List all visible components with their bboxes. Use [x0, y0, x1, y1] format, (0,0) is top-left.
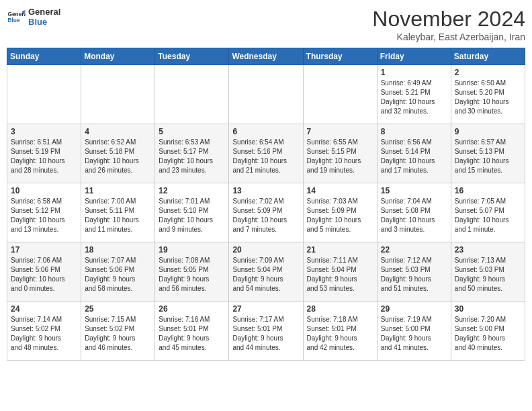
page-header: General Blue General Blue November 2024 …: [7, 7, 525, 42]
calendar-cell: 1Sunrise: 6:49 AM Sunset: 5:21 PM Daylig…: [377, 65, 451, 124]
weekday-header-thursday: Thursday: [303, 48, 377, 65]
day-info: Sunrise: 7:14 AM Sunset: 5:02 PM Dayligh…: [11, 315, 77, 353]
day-number: 2: [455, 68, 521, 77]
logo-line1: General: [28, 7, 60, 17]
day-number: 6: [232, 127, 299, 136]
location-subtitle: Kaleybar, East Azerbaijan, Iran: [372, 32, 525, 42]
weekday-header-saturday: Saturday: [451, 48, 525, 65]
calendar-cell: 27Sunrise: 7:17 AM Sunset: 5:01 PM Dayli…: [229, 302, 303, 361]
calendar-cell: 23Sunrise: 7:13 AM Sunset: 5:03 PM Dayli…: [451, 242, 525, 302]
day-info: Sunrise: 7:01 AM Sunset: 5:10 PM Dayligh…: [159, 197, 225, 234]
calendar-header: SundayMondayTuesdayWednesdayThursdayFrid…: [7, 48, 525, 65]
day-number: 22: [381, 245, 447, 255]
calendar-cell: 29Sunrise: 7:19 AM Sunset: 5:00 PM Dayli…: [377, 302, 451, 361]
day-number: 15: [381, 186, 447, 195]
calendar-cell: 22Sunrise: 7:12 AM Sunset: 5:03 PM Dayli…: [377, 242, 451, 302]
day-number: 12: [159, 186, 225, 195]
calendar-cell: 14Sunrise: 7:03 AM Sunset: 5:09 PM Dayli…: [303, 183, 377, 242]
day-number: 27: [232, 304, 299, 314]
logo: General Blue General Blue: [7, 7, 60, 27]
day-info: Sunrise: 7:07 AM Sunset: 5:06 PM Dayligh…: [85, 256, 151, 293]
day-number: 23: [455, 245, 521, 255]
day-info: Sunrise: 6:53 AM Sunset: 5:17 PM Dayligh…: [159, 138, 225, 175]
calendar-cell: 15Sunrise: 7:04 AM Sunset: 5:08 PM Dayli…: [377, 183, 451, 242]
calendar-cell: 12Sunrise: 7:01 AM Sunset: 5:10 PM Dayli…: [155, 183, 229, 242]
calendar-cell: 30Sunrise: 7:20 AM Sunset: 5:00 PM Dayli…: [451, 302, 525, 361]
calendar-week-1: 1Sunrise: 6:49 AM Sunset: 5:21 PM Daylig…: [7, 65, 525, 124]
day-info: Sunrise: 7:19 AM Sunset: 5:00 PM Dayligh…: [381, 315, 447, 353]
day-info: Sunrise: 6:50 AM Sunset: 5:20 PM Dayligh…: [455, 79, 521, 116]
day-info: Sunrise: 7:13 AM Sunset: 5:03 PM Dayligh…: [455, 256, 521, 293]
day-number: 9: [455, 127, 521, 136]
day-number: 1: [381, 68, 447, 77]
day-info: Sunrise: 6:51 AM Sunset: 5:19 PM Dayligh…: [11, 138, 77, 175]
calendar-week-3: 10Sunrise: 6:58 AM Sunset: 5:12 PM Dayli…: [7, 183, 525, 242]
day-info: Sunrise: 7:03 AM Sunset: 5:09 PM Dayligh…: [307, 197, 373, 234]
day-info: Sunrise: 6:58 AM Sunset: 5:12 PM Dayligh…: [11, 197, 77, 234]
calendar-cell: 13Sunrise: 7:02 AM Sunset: 5:09 PM Dayli…: [229, 183, 303, 242]
weekday-header-row: SundayMondayTuesdayWednesdayThursdayFrid…: [7, 48, 525, 65]
day-number: 29: [381, 304, 447, 314]
day-info: Sunrise: 7:04 AM Sunset: 5:08 PM Dayligh…: [381, 197, 447, 234]
weekday-header-sunday: Sunday: [7, 48, 81, 65]
day-info: Sunrise: 7:02 AM Sunset: 5:09 PM Dayligh…: [232, 197, 299, 234]
calendar-cell: 7Sunrise: 6:55 AM Sunset: 5:15 PM Daylig…: [303, 124, 377, 183]
calendar-cell: 10Sunrise: 6:58 AM Sunset: 5:12 PM Dayli…: [7, 183, 81, 242]
logo-icon: General Blue: [7, 7, 26, 26]
calendar-week-5: 24Sunrise: 7:14 AM Sunset: 5:02 PM Dayli…: [7, 302, 525, 361]
day-info: Sunrise: 6:52 AM Sunset: 5:18 PM Dayligh…: [85, 138, 151, 175]
day-number: 5: [159, 127, 225, 136]
day-number: 11: [85, 186, 151, 195]
day-info: Sunrise: 6:55 AM Sunset: 5:15 PM Dayligh…: [307, 138, 373, 175]
calendar-cell: 4Sunrise: 6:52 AM Sunset: 5:18 PM Daylig…: [81, 124, 155, 183]
calendar-cell: 16Sunrise: 7:05 AM Sunset: 5:07 PM Dayli…: [451, 183, 525, 242]
day-number: 21: [307, 245, 373, 255]
title-area: November 2024 Kaleybar, East Azerbaijan,…: [372, 7, 525, 42]
day-number: 10: [11, 186, 77, 195]
calendar-cell: [81, 65, 155, 124]
calendar-cell: 25Sunrise: 7:15 AM Sunset: 5:02 PM Dayli…: [81, 302, 155, 361]
day-number: 17: [11, 245, 77, 255]
day-info: Sunrise: 7:18 AM Sunset: 5:01 PM Dayligh…: [307, 315, 373, 353]
day-number: 7: [307, 127, 373, 136]
day-number: 3: [11, 127, 77, 136]
calendar-cell: 26Sunrise: 7:16 AM Sunset: 5:01 PM Dayli…: [155, 302, 229, 361]
day-number: 24: [11, 304, 77, 314]
weekday-header-friday: Friday: [377, 48, 451, 65]
day-info: Sunrise: 7:12 AM Sunset: 5:03 PM Dayligh…: [381, 256, 447, 293]
day-number: 13: [232, 186, 299, 195]
day-info: Sunrise: 7:15 AM Sunset: 5:02 PM Dayligh…: [85, 315, 151, 353]
day-info: Sunrise: 7:20 AM Sunset: 5:00 PM Dayligh…: [455, 315, 521, 353]
day-info: Sunrise: 7:08 AM Sunset: 5:05 PM Dayligh…: [159, 256, 225, 293]
day-info: Sunrise: 7:05 AM Sunset: 5:07 PM Dayligh…: [455, 197, 521, 234]
day-info: Sunrise: 6:49 AM Sunset: 5:21 PM Dayligh…: [381, 79, 447, 116]
day-number: 20: [232, 245, 299, 255]
day-info: Sunrise: 6:54 AM Sunset: 5:16 PM Dayligh…: [232, 138, 299, 175]
day-number: 19: [159, 245, 225, 255]
calendar-cell: 9Sunrise: 6:57 AM Sunset: 5:13 PM Daylig…: [451, 124, 525, 183]
calendar-cell: [155, 65, 229, 124]
day-info: Sunrise: 7:16 AM Sunset: 5:01 PM Dayligh…: [159, 315, 225, 353]
day-info: Sunrise: 7:11 AM Sunset: 5:04 PM Dayligh…: [307, 256, 373, 293]
calendar-cell: 6Sunrise: 6:54 AM Sunset: 5:16 PM Daylig…: [229, 124, 303, 183]
calendar-week-4: 17Sunrise: 7:06 AM Sunset: 5:06 PM Dayli…: [7, 242, 525, 302]
day-number: 26: [159, 304, 225, 314]
svg-text:Blue: Blue: [7, 17, 19, 24]
calendar-cell: [229, 65, 303, 124]
day-info: Sunrise: 6:56 AM Sunset: 5:14 PM Dayligh…: [381, 138, 447, 175]
weekday-header-monday: Monday: [81, 48, 155, 65]
calendar-cell: 2Sunrise: 6:50 AM Sunset: 5:20 PM Daylig…: [451, 65, 525, 124]
calendar-cell: 5Sunrise: 6:53 AM Sunset: 5:17 PM Daylig…: [155, 124, 229, 183]
calendar-body: 1Sunrise: 6:49 AM Sunset: 5:21 PM Daylig…: [7, 65, 525, 361]
calendar-cell: 19Sunrise: 7:08 AM Sunset: 5:05 PM Dayli…: [155, 242, 229, 302]
calendar-cell: 17Sunrise: 7:06 AM Sunset: 5:06 PM Dayli…: [7, 242, 81, 302]
day-number: 8: [381, 127, 447, 136]
weekday-header-tuesday: Tuesday: [155, 48, 229, 65]
day-info: Sunrise: 7:17 AM Sunset: 5:01 PM Dayligh…: [232, 315, 299, 353]
calendar-cell: 24Sunrise: 7:14 AM Sunset: 5:02 PM Dayli…: [7, 302, 81, 361]
day-number: 4: [85, 127, 151, 136]
calendar-cell: 8Sunrise: 6:56 AM Sunset: 5:14 PM Daylig…: [377, 124, 451, 183]
day-number: 30: [455, 304, 521, 314]
day-info: Sunrise: 7:00 AM Sunset: 5:11 PM Dayligh…: [85, 197, 151, 234]
calendar-cell: [303, 65, 377, 124]
